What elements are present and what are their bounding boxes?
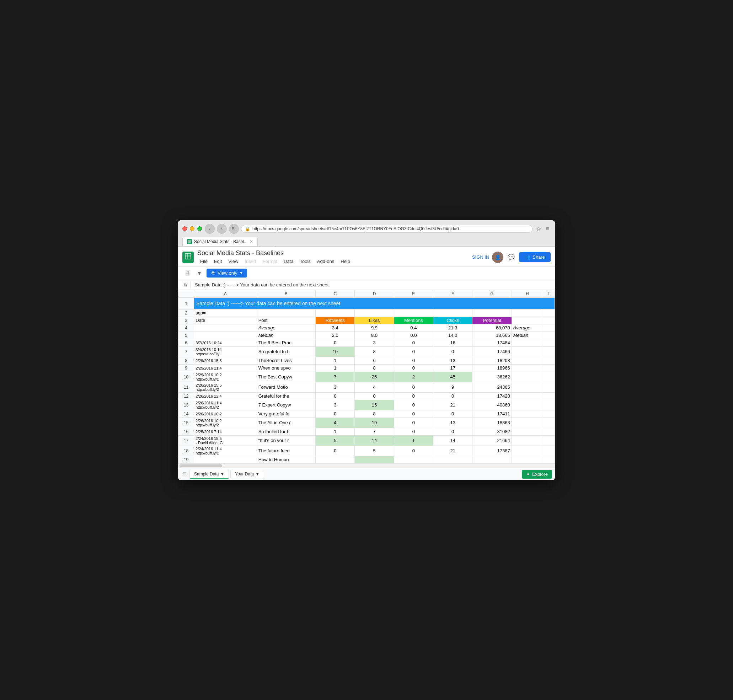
row-8: 8 2/29/2016 15:5 TheSecret Lives 1 6 0 1… xyxy=(178,357,555,364)
cell-g16: 31082 xyxy=(472,428,512,435)
cell-f9: 17 xyxy=(433,364,472,372)
menu-insert: Insert xyxy=(242,257,259,265)
cell-e18: 0 xyxy=(394,446,433,456)
scrollbar-thumb[interactable] xyxy=(180,465,222,467)
row-num-11: 11 xyxy=(178,382,194,392)
cell-h11 xyxy=(512,382,543,392)
sheets-nav-icon[interactable]: ≡ xyxy=(181,471,188,478)
sheet-tab-sample-data[interactable]: Sample Data ▼ xyxy=(190,470,229,479)
cell-g6: 17484 xyxy=(472,339,512,346)
address-bar[interactable]: 🔒 https://docs.google.com/spreadsheets/d… xyxy=(241,225,533,233)
cell-c4: 3.4 xyxy=(316,324,355,331)
cell-e14: 0 xyxy=(394,410,433,418)
print-button[interactable]: 🖨 xyxy=(183,268,192,278)
maximize-button[interactable] xyxy=(197,226,202,231)
cell-e7: 0 xyxy=(394,346,433,357)
cell-a18: 2/24/2016 11:4http://buff.ly/1 xyxy=(194,446,257,456)
bookmark-button[interactable]: ☆ xyxy=(535,225,542,233)
blank-tab[interactable] xyxy=(260,246,274,246)
row-19: 19 How to Human xyxy=(178,456,555,463)
menu-addons[interactable]: Add-ons xyxy=(314,257,337,265)
col-header-f[interactable]: F xyxy=(433,290,472,297)
col-header-e[interactable]: E xyxy=(394,290,433,297)
cell-e13: 0 xyxy=(394,400,433,410)
cell-e17: 1 xyxy=(394,435,433,446)
row-num-16: 16 xyxy=(178,428,194,435)
cell-d17: 14 xyxy=(355,435,394,446)
row-16: 16 2/25/2016 7:14 So thrilled for t 1 7 … xyxy=(178,428,555,435)
cell-c2 xyxy=(316,309,355,316)
your-data-dropdown-arrow[interactable]: ▼ xyxy=(255,472,259,476)
menu-data[interactable]: Data xyxy=(281,257,296,265)
tab-dropdown-arrow[interactable]: ▼ xyxy=(220,472,224,476)
toolbar: 🖨 ▼ 👁 View only ▼ xyxy=(178,267,555,280)
cell-c15: 4 xyxy=(316,418,355,428)
cell-a10: 2/29/2016 10:2http://buff.ly/1 xyxy=(194,372,257,382)
col-header-g[interactable]: G xyxy=(472,290,512,297)
active-tab[interactable]: Social Media Stats - Basel... ✕ xyxy=(183,237,258,246)
row-num-19: 19 xyxy=(178,456,194,463)
cell-c5: 2.0 xyxy=(316,331,355,339)
col-header-c[interactable]: C xyxy=(316,290,355,297)
cell-f5: 14.0 xyxy=(433,331,472,339)
cell-b5: Median xyxy=(257,331,315,339)
row-6: 6 3/7/2016 10:24 The 6 Best Prac 0 3 0 1… xyxy=(178,339,555,346)
document-title[interactable]: Social Media Stats - Baselines xyxy=(197,250,468,257)
cell-d4: 9.9 xyxy=(355,324,394,331)
sheet-tab-your-data[interactable]: Your Data ▼ xyxy=(230,470,264,478)
cell-a2[interactable]: sep= xyxy=(194,309,257,316)
sign-in-button[interactable]: SIGN IN xyxy=(472,254,489,260)
col-header-h[interactable]: H xyxy=(512,290,543,297)
refresh-button[interactable]: ↻ xyxy=(229,224,239,234)
browser-nav: ‹ › ↻ 🔒 https://docs.google.com/spreadsh… xyxy=(205,224,550,234)
close-button[interactable] xyxy=(183,226,187,231)
back-button[interactable]: ‹ xyxy=(205,224,215,234)
filter-button[interactable]: ▼ xyxy=(194,268,205,278)
cell-f11: 9 xyxy=(433,382,472,392)
tab-close-button[interactable]: ✕ xyxy=(250,239,253,244)
col-header-d[interactable]: D xyxy=(355,290,394,297)
browser-menu-button[interactable]: ≡ xyxy=(545,225,550,233)
row-5: 5 Median 2.0 8.0 0.0 14.0 18,665 Median xyxy=(178,331,555,339)
menu-view[interactable]: View xyxy=(225,257,241,265)
sheets-logo-icon xyxy=(184,253,191,262)
col-header-b[interactable]: B xyxy=(257,290,315,297)
col-header-a[interactable]: A xyxy=(194,290,257,297)
cell-b4: Average xyxy=(257,324,315,331)
cell-c16: 1 xyxy=(316,428,355,435)
cell-d12: 0 xyxy=(355,392,394,400)
share-button[interactable]: 👥 Share xyxy=(519,252,550,262)
cell-i14 xyxy=(543,410,555,418)
cell-b15: The All-in-One ( xyxy=(257,418,315,428)
cell-d7: 8 xyxy=(355,346,394,357)
menu-edit[interactable]: Edit xyxy=(211,257,225,265)
view-only-button[interactable]: 👁 View only ▼ xyxy=(206,269,247,278)
cell-f15: 13 xyxy=(433,418,472,428)
cell-h4: Average xyxy=(512,324,543,331)
spreadsheet-container: A B C D E F G H I 1 Sample Da xyxy=(178,290,555,464)
cell-g10: 36262 xyxy=(472,372,512,382)
col-header-i[interactable]: I xyxy=(543,290,555,297)
cell-c11: 3 xyxy=(316,382,355,392)
lock-icon: 🔒 xyxy=(245,226,250,231)
menu-file[interactable]: File xyxy=(197,257,210,265)
cell-c10: 7 xyxy=(316,372,355,382)
cell-g14: 17411 xyxy=(472,410,512,418)
sample-data-tab-label: Sample Data xyxy=(194,472,219,476)
row-num-9: 9 xyxy=(178,364,194,372)
menu-help[interactable]: Help xyxy=(338,257,353,265)
row-num-13: 13 xyxy=(178,400,194,410)
cell-f17: 14 xyxy=(433,435,472,446)
forward-button[interactable]: › xyxy=(217,224,227,234)
horizontal-scrollbar[interactable] xyxy=(178,464,555,468)
minimize-button[interactable] xyxy=(190,226,194,231)
comments-button[interactable]: 💬 xyxy=(506,252,516,262)
cell-h5: Median xyxy=(512,331,543,339)
cell-h3 xyxy=(512,316,543,324)
row-num-18: 18 xyxy=(178,446,194,456)
formula-input[interactable]: Sample Data :) ------> Your data can be … xyxy=(193,281,552,288)
row-num-5: 5 xyxy=(178,331,194,339)
cell-a19 xyxy=(194,456,257,463)
explore-button[interactable]: ✦ Explore xyxy=(522,470,552,479)
menu-tools[interactable]: Tools xyxy=(297,257,313,265)
